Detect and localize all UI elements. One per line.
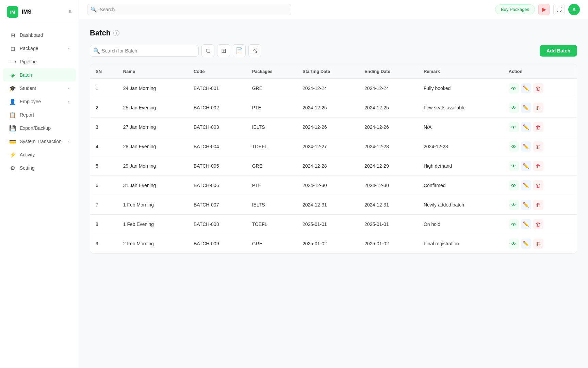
action-buttons: 👁 ✏️ 🗑 — [509, 239, 571, 249]
action-buttons: 👁 ✏️ 🗑 — [509, 141, 571, 152]
sidebar-item-employee[interactable]: 👤Employee› — [3, 95, 76, 108]
cell-name: 25 Jan Evening — [118, 98, 188, 118]
view-button[interactable]: 👁 — [509, 219, 519, 229]
sidebar-item-activity[interactable]: ⚡Activity — [3, 148, 76, 161]
edit-button[interactable]: ✏️ — [521, 161, 531, 171]
delete-button[interactable]: 🗑 — [533, 239, 543, 249]
sidebar-nav: ⊞Dashboard◻Package›⟶Pipeline◈Batch🎓Stude… — [0, 24, 79, 368]
view-button[interactable]: 👁 — [509, 161, 519, 171]
edit-button[interactable]: ✏️ — [521, 122, 531, 132]
cell-sn: 3 — [90, 118, 118, 137]
chevron-down-icon: › — [68, 99, 69, 104]
edit-button[interactable]: ✏️ — [521, 141, 531, 152]
excel-export-button[interactable]: ⊞ — [217, 44, 230, 57]
info-icon[interactable]: i — [113, 30, 119, 36]
sidebar-item-export-backup[interactable]: 💾Export/Backup — [3, 122, 76, 135]
buy-packages-button[interactable]: Buy Packages — [495, 4, 535, 14]
sidebar-item-label-export-backup: Export/Backup — [20, 125, 51, 131]
view-button[interactable]: 👁 — [509, 122, 519, 132]
view-button[interactable]: 👁 — [509, 141, 519, 152]
report-icon: 📋 — [10, 112, 16, 118]
sidebar-item-student[interactable]: 🎓Student› — [3, 82, 76, 95]
system-transaction-icon: 💳 — [10, 138, 16, 144]
cell-ending-date: 2025-01-01 — [359, 215, 418, 234]
view-button[interactable]: 👁 — [509, 83, 519, 93]
activity-icon: ⚡ — [10, 152, 16, 158]
cell-remark: Confirmed — [418, 176, 503, 195]
chevron-down-icon: › — [68, 46, 69, 50]
edit-button[interactable]: ✏️ — [521, 83, 531, 93]
sidebar-logo[interactable]: IM IMS ⇅ — [0, 0, 79, 24]
delete-button[interactable]: 🗑 — [533, 180, 543, 190]
delete-button[interactable]: 🗑 — [533, 219, 543, 229]
table-row: 631 Jan EveningBATCH-006PTE2024-12-30202… — [90, 176, 577, 195]
sidebar-item-pipeline[interactable]: ⟶Pipeline — [3, 55, 76, 68]
sidebar-item-dashboard[interactable]: ⊞Dashboard — [3, 29, 76, 42]
edit-button[interactable]: ✏️ — [521, 103, 531, 113]
cell-code: BATCH-009 — [188, 234, 247, 254]
add-batch-button[interactable]: Add Batch — [540, 45, 577, 57]
edit-button[interactable]: ✏️ — [521, 219, 531, 229]
cell-starting-date: 2024-12-28 — [297, 156, 359, 176]
copy-button[interactable]: ⧉ — [201, 44, 214, 57]
view-button[interactable]: 👁 — [509, 200, 519, 210]
sidebar-item-batch[interactable]: ◈Batch — [3, 68, 76, 81]
delete-button[interactable]: 🗑 — [533, 122, 543, 132]
expand-icon-button[interactable]: ⛶ — [553, 4, 565, 15]
view-button[interactable]: 👁 — [509, 239, 519, 249]
col-header-code: Code — [188, 64, 247, 79]
view-button[interactable]: 👁 — [509, 103, 519, 113]
cell-code: BATCH-004 — [188, 137, 247, 156]
play-icon-button[interactable]: ▶ — [538, 4, 550, 15]
search-batch-input[interactable] — [90, 45, 199, 57]
logo-name: IMS — [22, 9, 65, 15]
cell-sn: 7 — [90, 195, 118, 215]
edit-button[interactable]: ✏️ — [521, 180, 531, 190]
sidebar-item-system-transaction[interactable]: 💳System Transaction› — [3, 135, 76, 148]
sidebar-item-package[interactable]: ◻Package› — [3, 42, 76, 55]
delete-button[interactable]: 🗑 — [533, 103, 543, 113]
delete-button[interactable]: 🗑 — [533, 141, 543, 152]
cell-starting-date: 2024-12-24 — [297, 79, 359, 98]
print-button[interactable]: 🖨 — [248, 44, 261, 57]
topbar-search-input[interactable] — [87, 4, 291, 15]
sidebar-item-label-report: Report — [20, 112, 34, 118]
table-row: 71 Feb MorningBATCH-007IELTS2024-12-3120… — [90, 195, 577, 215]
cell-packages: IELTS — [247, 195, 297, 215]
table-row: 529 Jan MorningBATCH-005GRE2024-12-28202… — [90, 156, 577, 176]
content-area: Batch i 🔍 ⧉ ⊞ 📄 🖨 Add Batch SNNameCodePa… — [79, 19, 588, 368]
avatar-button[interactable]: A — [568, 4, 580, 15]
cell-sn: 1 — [90, 79, 118, 98]
toolbar: 🔍 ⧉ ⊞ 📄 🖨 Add Batch — [90, 44, 577, 57]
chevron-down-icon: › — [68, 139, 69, 143]
delete-button[interactable]: 🗑 — [533, 200, 543, 210]
cell-packages: GRE — [247, 156, 297, 176]
cell-name: 27 Jan Morning — [118, 118, 188, 137]
view-button[interactable]: 👁 — [509, 180, 519, 190]
edit-button[interactable]: ✏️ — [521, 200, 531, 210]
cell-name: 31 Jan Evening — [118, 176, 188, 195]
cell-action: 👁 ✏️ 🗑 — [503, 176, 577, 195]
table-row: 124 Jan MorningBATCH-001GRE2024-12-24202… — [90, 79, 577, 98]
cell-packages: TOEFL — [247, 137, 297, 156]
cell-starting-date: 2024-12-31 — [297, 195, 359, 215]
sidebar-item-label-dashboard: Dashboard — [20, 32, 43, 38]
pdf-export-button[interactable]: 📄 — [233, 44, 246, 57]
cell-sn: 6 — [90, 176, 118, 195]
cell-name: 1 Feb Morning — [118, 195, 188, 215]
col-header-sn: SN — [90, 64, 118, 79]
sidebar-item-report[interactable]: 📋Report — [3, 108, 76, 121]
sidebar-item-label-system-transaction: System Transaction — [20, 139, 62, 144]
sidebar-item-setting[interactable]: ⚙Setting — [3, 162, 76, 174]
delete-button[interactable]: 🗑 — [533, 161, 543, 171]
cell-code: BATCH-001 — [188, 79, 247, 98]
sidebar-item-label-employee: Employee — [20, 99, 41, 104]
delete-button[interactable]: 🗑 — [533, 83, 543, 93]
table-row: 92 Feb MorningBATCH-009GRE2025-01-022025… — [90, 234, 577, 254]
edit-button[interactable]: ✏️ — [521, 239, 531, 249]
col-header-name: Name — [118, 64, 188, 79]
pipeline-icon: ⟶ — [10, 59, 16, 65]
topbar-search-wrap: 🔍 — [87, 4, 291, 15]
cell-starting-date: 2024-12-25 — [297, 98, 359, 118]
cell-name: 28 Jan Evening — [118, 137, 188, 156]
